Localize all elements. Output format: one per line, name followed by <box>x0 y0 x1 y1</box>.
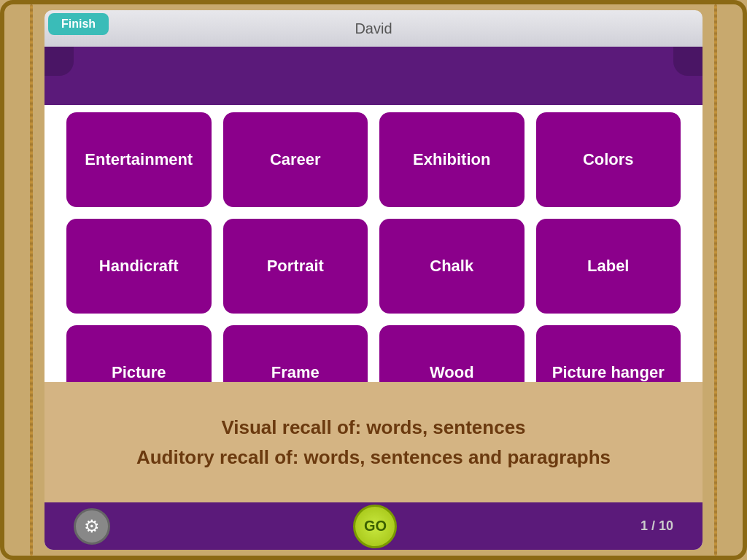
info-panel: Visual recall of: words, sentences Audit… <box>44 382 703 502</box>
header-bar: David <box>44 10 703 47</box>
corner-top-right <box>673 47 703 76</box>
word-card-label-3: Exhibition <box>407 144 496 175</box>
gear-icon: ⚙ <box>84 516 100 537</box>
word-card-5[interactable]: Handicraft <box>66 219 212 314</box>
header-title: David <box>355 20 392 37</box>
page-counter: 1 / 10 <box>640 518 673 534</box>
settings-button[interactable]: ⚙ <box>74 508 110 545</box>
rope-left <box>25 4 38 556</box>
word-card-label-5: Handicraft <box>93 251 185 281</box>
cards-grid: EntertainmentCareerExhibitionColorsHandi… <box>59 112 688 420</box>
word-card-7[interactable]: Chalk <box>379 219 525 314</box>
go-button[interactable]: GO <box>353 505 397 548</box>
word-card-label-2: Career <box>264 144 327 175</box>
word-card-6[interactable]: Portrait <box>223 219 368 314</box>
purple-top-bar <box>44 47 703 105</box>
info-line1: Visual recall of: words, sentences <box>221 416 525 439</box>
word-card-label-4: Colors <box>577 144 640 175</box>
bottom-toolbar: ⚙ GO 1 / 10 <box>44 502 703 550</box>
word-card-label-6: Portrait <box>261 251 330 281</box>
outer-frame: David Finish EntertainmentCareerExhibiti… <box>0 0 747 560</box>
main-area: EntertainmentCareerExhibitionColorsHandi… <box>44 47 703 550</box>
word-card-label-7: Chalk <box>424 251 479 281</box>
word-card-8[interactable]: Label <box>536 219 681 314</box>
finish-button[interactable]: Finish <box>48 13 109 35</box>
word-card-2[interactable]: Career <box>223 112 368 207</box>
info-line2: Auditory recall of: words, sentences and… <box>136 446 611 469</box>
word-card-3[interactable]: Exhibition <box>379 112 525 207</box>
word-card-label-8: Label <box>581 251 635 281</box>
corner-top-left <box>44 47 74 76</box>
word-card-1[interactable]: Entertainment <box>66 112 212 207</box>
rope-right <box>709 4 722 556</box>
word-card-4[interactable]: Colors <box>536 112 681 207</box>
word-card-label-1: Entertainment <box>79 144 198 175</box>
